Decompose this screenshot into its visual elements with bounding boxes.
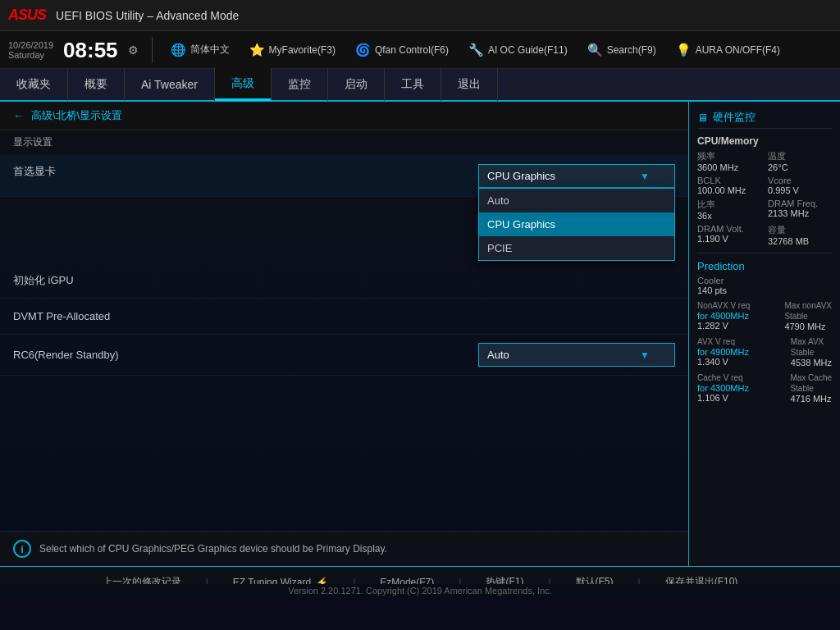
max-cache-value: 4716 MHz (790, 394, 832, 404)
nav-summary[interactable]: 概要 (68, 68, 125, 101)
primary-display-label: 首选显卡 (13, 164, 259, 179)
dvmt-label: DVMT Pre-Allocated (13, 310, 259, 322)
cooler-block: Cooler 140 pts (697, 276, 832, 295)
version-text: Version 2.20.1271. Copyright (C) 2019 Am… (0, 584, 840, 597)
lang-icon: 🌐 (171, 43, 186, 57)
nav-tools[interactable]: 工具 (385, 68, 441, 101)
ai-icon: 🔧 (468, 43, 484, 57)
avx-req-label: AVX V req (697, 336, 749, 347)
fan-icon: 🌀 (355, 43, 371, 57)
datetime-block: 10/26/2019 Saturday (8, 40, 53, 60)
max-avx-label: Max AVX (791, 336, 832, 347)
freq-label: 频率 (697, 150, 761, 162)
nav-favorites[interactable]: 收藏夹 (0, 68, 68, 101)
bclk-value: 100.00 MHz (697, 185, 761, 195)
cache-req-value: 1.106 V (697, 393, 749, 403)
rc6-value: Auto ▼ (259, 343, 675, 367)
bclk-label: BCLK (697, 176, 761, 185)
igpu-init-label: 初始化 iGPU (13, 273, 259, 288)
temp-label: 温度 (768, 150, 832, 162)
aura-icon: 💡 (676, 43, 692, 57)
primary-display-value: CPU Graphics ▼ Auto CPU Graphics PCIE (259, 164, 675, 188)
max-avx-value: 4538 MHz (791, 358, 832, 368)
option-cpu-graphics[interactable]: CPU Graphics (479, 212, 674, 236)
header-title: UEFI BIOS Utility – Advanced Mode (56, 9, 239, 22)
favorite-icon: ⭐ (249, 43, 265, 57)
search-icon: 🔍 (587, 43, 603, 57)
vcore-value: 0.995 V (768, 185, 832, 195)
rc6-label: RC6(Render Standby) (13, 349, 259, 361)
date-line2: Saturday (8, 50, 53, 60)
dvmt-row[interactable]: DVMT Pre-Allocated (0, 299, 688, 335)
primary-display-dropdown[interactable]: CPU Graphics ▼ (478, 164, 675, 188)
info-text: Select which of CPU Graphics/PEG Graphic… (39, 543, 387, 555)
ratio-label: 比率 (697, 199, 761, 211)
divider (697, 253, 832, 253)
navbar: 收藏夹 概要 Ai Tweaker 高级 监控 启动 工具 退出 (0, 69, 840, 102)
primary-display-selected: CPU Graphics (487, 170, 555, 182)
aura-button[interactable]: 💡 AURA ON/OFF(F4) (671, 41, 785, 59)
qfan-button[interactable]: 🌀 Qfan Control(F6) (350, 41, 454, 59)
avx-freq-label: for 4900MHz (697, 347, 749, 357)
asus-logo: ASUS (8, 7, 46, 24)
rc6-dropdown[interactable]: Auto ▼ (478, 343, 675, 367)
info-bar: i Select which of CPU Graphics/PEG Graph… (0, 531, 688, 566)
igpu-init-row[interactable]: 初始化 iGPU (0, 262, 688, 299)
nonavx-req-value: 1.282 V (697, 321, 750, 331)
ratio-value: 36x (697, 211, 761, 221)
rc6-row[interactable]: RC6(Render Standby) Auto ▼ (0, 335, 688, 376)
myfavorite-button[interactable]: ⭐ MyFavorite(F3) (244, 41, 340, 59)
avx-req-value: 1.340 V (697, 357, 749, 367)
nonavx-req-label: NonAVX V req (697, 300, 750, 311)
cache-req-label: Cache V req (697, 372, 749, 383)
nav-advanced[interactable]: 高级 (215, 68, 272, 101)
freq-value: 3600 MHz (697, 162, 761, 172)
nonavx-freq-label: for 4900MHz (697, 311, 750, 321)
lang-button[interactable]: 🌐 简体中文 (166, 41, 235, 59)
hardware-monitor-title: 🖥 硬件监控 (697, 110, 832, 129)
right-panel: 🖥 硬件监控 CPU/Memory 频率 3600 MHz 温度 26°C BC… (688, 102, 840, 566)
cache-freq-label: for 4300MHz (697, 383, 749, 393)
timebar-separator (152, 37, 153, 63)
monitor-icon: 🖥 (697, 112, 708, 124)
timebar: 10/26/2019 Saturday 08:55 ⚙ 🌐 简体中文 ⭐ MyF… (0, 31, 840, 69)
nav-monitor[interactable]: 监控 (272, 68, 328, 101)
max-cache-label: Max Cache (790, 372, 832, 383)
option-auto[interactable]: Auto (479, 189, 674, 212)
prediction-block-2: Cache V req for 4300MHz 1.106 V Max Cach… (697, 372, 832, 404)
temp-value: 26°C (768, 162, 832, 172)
dram-volt-label: DRAM Volt. (697, 224, 761, 234)
option-pcie[interactable]: PCIE (479, 236, 674, 260)
ai-oc-button[interactable]: 🔧 AI OC Guide(F11) (463, 41, 573, 59)
bottom-section: 上一次的修改记录 | EZ Tuning Wizard ⚡ | EzMode(F… (0, 566, 840, 597)
cooler-value: 140 pts (697, 285, 832, 295)
bg-decoration (0, 418, 688, 517)
nav-boot[interactable]: 启动 (328, 68, 385, 101)
info-icon: i (13, 540, 31, 558)
rc6-dropdown-arrow-icon: ▼ (640, 349, 650, 361)
rc6-dropdown-wrapper: Auto ▼ (478, 343, 675, 367)
prediction-block-0: NonAVX V req for 4900MHz 1.282 V Max non… (697, 300, 832, 331)
primary-display-dropdown-menu: Auto CPU Graphics PCIE (478, 188, 675, 261)
cpu-memory-grid: 频率 3600 MHz 温度 26°C BCLK 100.00 MHz Vcor… (697, 150, 832, 246)
date-line1: 10/26/2019 (8, 40, 53, 50)
capacity-label: 容量 (768, 224, 832, 236)
vcore-label: Vcore (768, 176, 832, 185)
max-nonavx-value: 4790 MHz (784, 322, 832, 331)
breadcrumb-text: 高级\北桥\显示设置 (31, 108, 122, 123)
primary-display-row[interactable]: 首选显卡 CPU Graphics ▼ Auto CPU Graphics PC… (0, 154, 688, 197)
cpu-memory-title: CPU/Memory (697, 135, 832, 147)
breadcrumb: ← 高级\北桥\显示设置 (0, 102, 688, 130)
dram-volt-value: 1.190 V (697, 234, 761, 244)
gear-icon[interactable]: ⚙ (128, 43, 139, 57)
search-button[interactable]: 🔍 Search(F9) (582, 41, 661, 59)
header: ASUS UEFI BIOS Utility – Advanced Mode (0, 0, 840, 31)
nav-exit[interactable]: 退出 (441, 68, 498, 101)
back-arrow-icon[interactable]: ← (13, 109, 25, 122)
nav-ai-tweaker[interactable]: Ai Tweaker (125, 68, 215, 101)
capacity-value: 32768 MB (768, 236, 832, 246)
main-panel: ← 高级\北桥\显示设置 显示设置 首选显卡 CPU Graphics ▼ (0, 102, 688, 566)
section-label: 显示设置 (0, 130, 688, 154)
prediction-title: Prediction (697, 260, 832, 272)
content-area: ← 高级\北桥\显示设置 显示设置 首选显卡 CPU Graphics ▼ (0, 102, 840, 566)
